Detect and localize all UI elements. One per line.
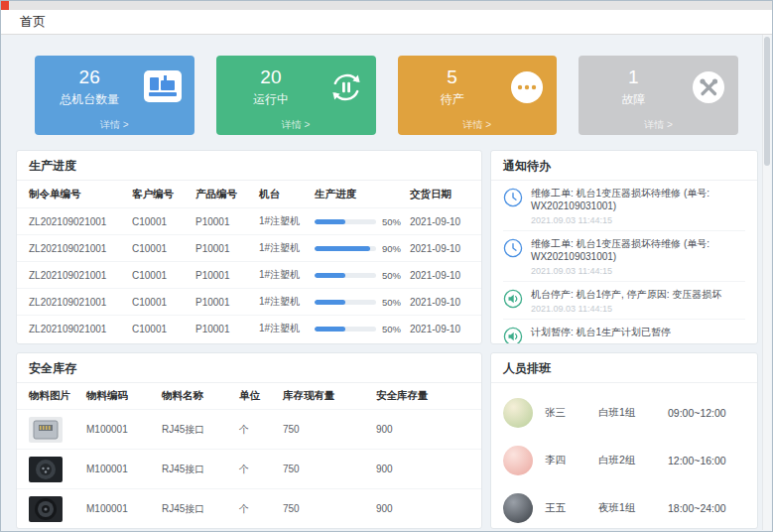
- material-code: M100001: [86, 424, 162, 435]
- list-item: 维修工单: 机台1变压器损坏待维修 (单号: WX202109031001) 2…: [503, 181, 745, 231]
- order-no: ZL202109021001: [29, 324, 132, 334]
- delivery-date: 2021-09-10: [410, 243, 471, 254]
- dashboard-page: { "page": { "tab": "首页" }, "cards": [ { …: [0, 0, 773, 532]
- scrollbar-thumb[interactable]: [764, 37, 770, 166]
- material-code: M100001: [86, 464, 162, 474]
- notice-time: 2021.09.03 11:44:15: [531, 341, 671, 344]
- stock-safety: 900: [376, 464, 471, 474]
- running-icon: [329, 70, 363, 108]
- customer-no: C10001: [132, 216, 195, 227]
- customer-no: C10001: [132, 297, 195, 308]
- main-content: 生产进度 制令单编号 客户编号 产品编号 机台 生产进度 交货日期 ZL2021…: [16, 150, 758, 529]
- delivery-date: 2021-09-10: [410, 297, 471, 308]
- stat-label: 总机台数量: [49, 91, 130, 108]
- table-header-row: 制令单编号 客户编号 产品编号 机台 生产进度 交货日期: [17, 181, 481, 207]
- avatar: [503, 446, 533, 475]
- detail-link[interactable]: 详情 >: [579, 118, 738, 132]
- col-header: 物料名称: [162, 389, 239, 403]
- detail-link[interactable]: 详情 >: [398, 118, 558, 132]
- notice-text: 机台停产: 机台1停产, 停产原因: 变压器损坏: [531, 288, 721, 301]
- panel-title: 人员排班: [491, 353, 757, 383]
- material-unit: 个: [239, 463, 283, 476]
- tab-bar: 首页: [1, 10, 772, 35]
- progress-bar-fill: [315, 327, 345, 332]
- progress-bar-track: [315, 300, 376, 305]
- col-header: 物料图片: [29, 389, 86, 403]
- panel-title: 生产进度: [17, 151, 481, 181]
- notice-body: 计划暂停: 机台1生产计划已暂停 2021.09.03 11:44:15: [531, 326, 671, 344]
- stat-card-fault[interactable]: 1 故障 详情 >: [579, 56, 738, 135]
- stat-text: 5 待产: [412, 66, 493, 108]
- clock-icon: [503, 187, 523, 225]
- tools-icon: [692, 70, 725, 108]
- progress-bar-track: [315, 327, 376, 332]
- list-item: 张三 白班1组 09:00~12:00: [503, 389, 745, 437]
- stat-card-pending[interactable]: 5 待产 详情 >: [398, 56, 558, 135]
- col-header: 机台: [259, 188, 315, 201]
- speaker-icon: [503, 288, 523, 314]
- table-row: ZL202109021001 C10001 P10001 1#注塑机 50% 2…: [17, 288, 481, 315]
- stat-card-running[interactable]: 20 运行中 详情 >: [216, 56, 376, 135]
- production-progress-panel: 生产进度 制令单编号 客户编号 产品编号 机台 生产进度 交货日期 ZL2021…: [16, 150, 482, 344]
- table-row: M100001 RJ45接口 个 750 900: [17, 449, 481, 488]
- stat-label: 待产: [412, 91, 493, 108]
- delivery-date: 2021-09-10: [410, 324, 471, 334]
- staff-list: 张三 白班1组 09:00~12:00 李四 白班2组 12:00~16:00 …: [491, 383, 757, 529]
- tab-home[interactable]: 首页: [20, 13, 46, 31]
- stat-text: 1 故障: [592, 66, 674, 108]
- progress-cell: 90%: [315, 243, 410, 254]
- col-header: 产品编号: [195, 188, 259, 201]
- window-top-strip: [1, 1, 772, 10]
- material-name: RJ45接口: [162, 423, 239, 437]
- stock-safety: 900: [376, 424, 471, 435]
- table-row: M100001 RJ45接口 个 750 900: [17, 409, 481, 449]
- order-no: ZL202109021001: [29, 270, 132, 281]
- col-header: 客户编号: [132, 188, 195, 201]
- order-no: ZL202109021001: [29, 297, 132, 308]
- list-item: 李四 白班2组 12:00~16:00: [503, 437, 745, 484]
- product-no: P10001: [195, 216, 259, 227]
- list-item: 维修工单: 机台1变压器损坏待维修 (单号: WX202109031001) 2…: [503, 231, 745, 282]
- material-unit: 个: [239, 423, 283, 437]
- detail-link[interactable]: 详情 >: [216, 118, 376, 132]
- table-row: ZL202109021001 C10001 P10001 1#注塑机 50% 2…: [17, 261, 481, 288]
- staff-name: 王五: [545, 501, 598, 515]
- staff-shift: 夜班1组: [598, 501, 668, 515]
- progress-bar-fill: [315, 219, 345, 224]
- product-no: P10001: [195, 297, 259, 308]
- notice-body: 维修工单: 机台1变压器损坏待维修 (单号: WX202109031001) 2…: [531, 237, 745, 276]
- machine-name: 1#注塑机: [259, 322, 315, 335]
- progress-bar-track: [315, 246, 376, 251]
- notice-time: 2021.09.03 11:44:15: [531, 215, 745, 225]
- progress-cell: 50%: [315, 216, 410, 227]
- progress-cell: 50%: [315, 297, 410, 308]
- stat-value: 26: [49, 66, 130, 88]
- panel-row-top: 生产进度 制令单编号 客户编号 产品编号 机台 生产进度 交货日期 ZL2021…: [16, 150, 758, 344]
- col-header: 物料编码: [86, 389, 162, 403]
- panel-row-bottom: 安全库存 物料图片 物料编码 物料名称 单位 库存现有量 安全库存量: [16, 352, 758, 529]
- progress-cell: 50%: [315, 324, 410, 334]
- staff-time: 12:00~16:00: [668, 455, 745, 466]
- stat-label: 运行中: [230, 91, 312, 108]
- notice-body: 机台停产: 机台1停产, 停产原因: 变压器损坏 2021.09.03 11:4…: [531, 288, 721, 314]
- stock-onhand: 750: [283, 424, 376, 435]
- notice-text: 计划暂停: 机台1生产计划已暂停: [531, 326, 671, 338]
- stat-card-total-machines[interactable]: 26 总机台数量 详情 >: [35, 56, 194, 135]
- col-header: 安全库存量: [376, 389, 471, 403]
- order-no: ZL202109021001: [29, 216, 132, 227]
- progress-bar-fill: [315, 300, 345, 305]
- detail-link[interactable]: 详情 >: [35, 118, 194, 132]
- customer-no: C10001: [132, 243, 195, 254]
- progress-percent: 50%: [382, 270, 401, 281]
- material-unit: 个: [239, 502, 283, 516]
- table-row: ZL202109021001 C10001 P10001 1#注塑机 90% 2…: [17, 234, 481, 261]
- machine-name: 1#注塑机: [259, 214, 315, 228]
- scrollbar-track[interactable]: [762, 35, 771, 530]
- col-header: 制令单编号: [29, 188, 132, 201]
- staff-shift: 白班1组: [598, 406, 668, 420]
- order-no: ZL202109021001: [29, 243, 132, 254]
- table-row: ZL202109021001 C10001 P10001 1#注塑机 50% 2…: [17, 207, 481, 234]
- avatar: [503, 493, 533, 523]
- staff-name: 李四: [545, 454, 598, 467]
- material-photo-speaker: [29, 496, 63, 522]
